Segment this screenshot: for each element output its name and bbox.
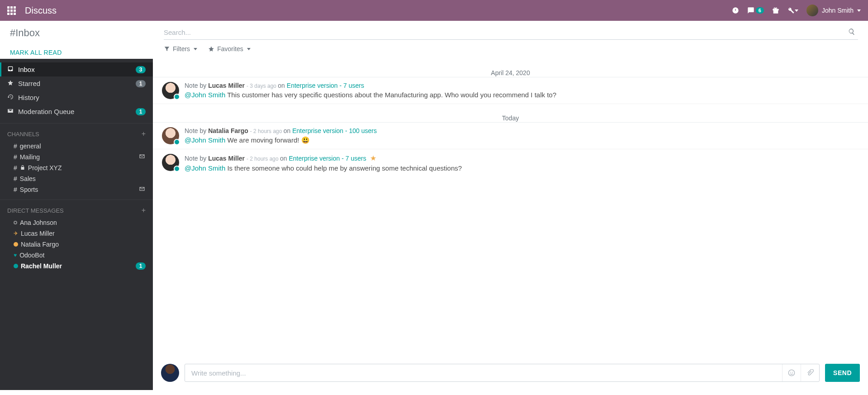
status-plane-icon: ✈ (14, 230, 18, 237)
add-dm-button[interactable]: + (142, 206, 146, 214)
message-header: Note by Natalia Fargo - 2 hours ago on E… (185, 127, 859, 134)
dm-ana-johnson[interactable]: Ana Johnson (0, 217, 153, 228)
body: Inbox 3 Starred 1 History Moderation Que… (0, 59, 868, 390)
message-time: - 3 days ago (247, 83, 278, 89)
favorites-button[interactable]: Favorites (208, 45, 251, 52)
sidebar-item-history[interactable]: History (0, 90, 153, 105)
dm-natalia-fargo[interactable]: Natalia Fargo (0, 239, 153, 250)
add-channel-button[interactable]: + (142, 130, 146, 138)
message-content: @John Smith Is there someone who could h… (185, 164, 859, 172)
status-away-icon (14, 242, 18, 247)
channel-general[interactable]: # general (0, 141, 153, 152)
filters-label: Filters (173, 45, 190, 52)
search-icon[interactable] (845, 27, 858, 38)
topbar-right: 6 John Smith (732, 5, 861, 16)
mention[interactable]: @John Smith (185, 164, 225, 172)
sidebar-item-label: History (18, 94, 146, 101)
message-content: @John Smith We are moving forward! 😃 (185, 136, 859, 144)
message-content: @John Smith This customer has very speci… (185, 91, 859, 99)
star-icon[interactable]: ★ (370, 154, 376, 162)
date-label: Today (497, 114, 524, 122)
apps-menu-icon[interactable] (7, 6, 16, 15)
sidebar-item-label: Inbox (18, 66, 131, 73)
message-author: Lucas Miller (208, 155, 245, 162)
dm-lucas-miller[interactable]: ✈Lucas Miller (0, 228, 153, 239)
record-link[interactable]: Enterprise version - 100 users (292, 127, 377, 134)
on-label: on (280, 155, 289, 162)
channel-sports[interactable]: # Sports (0, 184, 153, 195)
mail-icon (138, 153, 146, 161)
channel-sales[interactable]: # Sales (0, 173, 153, 184)
chevron-down-icon (795, 10, 798, 12)
dm-heading: DIRECT MESSAGES+ (0, 200, 153, 217)
svg-point-2 (788, 370, 794, 376)
dm-label: Ana Johnson (20, 219, 146, 226)
channel-project-xyz[interactable]: # Project XYZ (0, 162, 153, 173)
chevron-down-icon (247, 48, 251, 50)
messages-icon[interactable]: 6 (747, 7, 764, 14)
subheader-left: #Inbox MARK ALL READ (10, 27, 155, 56)
message: Note by Lucas Miller - 2 hours ago on En… (153, 149, 868, 176)
attachment-icon[interactable] (801, 364, 819, 381)
note-by-label: Note by (185, 82, 208, 89)
gift-icon[interactable] (772, 7, 779, 14)
channel-mailing[interactable]: # Mailing (0, 152, 153, 162)
dm-odoobot[interactable]: ♥OdooBot (0, 250, 153, 261)
svg-point-4 (792, 372, 793, 373)
composer-input-wrap (185, 364, 820, 382)
message-body: Note by Lucas Miller - 2 hours ago on En… (185, 154, 859, 172)
mark-all-read-button[interactable]: MARK ALL READ (10, 49, 62, 56)
dm-label: Natalia Fargo (21, 241, 146, 248)
status-offline-icon (14, 221, 17, 224)
date-separator: April 24, 2020 (153, 59, 868, 77)
tools-icon[interactable] (787, 7, 798, 14)
lock-icon (20, 164, 25, 171)
filters-button[interactable]: Filters (164, 45, 197, 52)
sidebar-item-starred[interactable]: Starred 1 (0, 76, 153, 90)
message-text: Is there someone who could help me by an… (227, 164, 462, 172)
channel-label: Sports (20, 186, 136, 193)
dm-title: DIRECT MESSAGES (7, 207, 64, 214)
message-header: Note by Lucas Miller - 2 hours ago on En… (185, 154, 859, 162)
composer: SEND (153, 357, 868, 390)
history-icon (7, 94, 14, 101)
record-link[interactable]: Enterprise version - 7 users (289, 155, 366, 162)
sidebar-item-label: Starred (18, 80, 131, 87)
dm-label: OdooBot (19, 252, 146, 259)
search-input[interactable] (164, 29, 845, 36)
mention[interactable]: @John Smith (185, 136, 225, 144)
date-label: April 24, 2020 (485, 69, 535, 76)
envelope-icon (7, 108, 14, 115)
channel-label: general (20, 143, 146, 150)
subheader-right: Filters Favorites (155, 27, 858, 52)
mention[interactable]: @John Smith (185, 91, 225, 99)
sidebar-item-inbox[interactable]: Inbox 3 (0, 62, 153, 76)
emoji-icon[interactable] (782, 364, 801, 381)
channel-label: Sales (20, 175, 146, 182)
hash-icon: # (14, 175, 17, 182)
dm-rachel-muller[interactable]: Rachel Muller 1 (0, 261, 153, 271)
message-time: - 2 hours ago (250, 128, 284, 134)
svg-point-3 (790, 372, 791, 373)
dm-label: Lucas Miller (21, 230, 146, 237)
sidebar-badge: 3 (136, 66, 146, 73)
record-link[interactable]: Enterprise version - 7 users (287, 82, 364, 89)
star-icon (7, 80, 14, 87)
composer-avatar-icon (161, 364, 179, 382)
chevron-down-icon (194, 48, 197, 50)
composer-input[interactable] (185, 369, 782, 377)
sidebar-item-moderation-queue[interactable]: Moderation Queue 1 (0, 105, 153, 119)
main: April 24, 2020 Note by Lucas Miller - 3 … (153, 59, 868, 390)
app-title[interactable]: Discuss (25, 5, 57, 16)
favorites-label: Favorites (217, 45, 243, 52)
user-menu[interactable]: John Smith (806, 5, 861, 16)
on-label: on (284, 127, 292, 134)
message-author: Lucas Miller (208, 82, 245, 89)
presence-icon (174, 94, 180, 100)
dm-label: Rachel Muller (21, 262, 133, 270)
send-button[interactable]: SEND (825, 364, 860, 382)
message-text: We are moving forward! 😃 (227, 136, 309, 144)
activity-icon[interactable] (732, 7, 739, 14)
topbar-left: Discuss (7, 5, 57, 16)
breadcrumb-title: #Inbox (10, 27, 155, 39)
